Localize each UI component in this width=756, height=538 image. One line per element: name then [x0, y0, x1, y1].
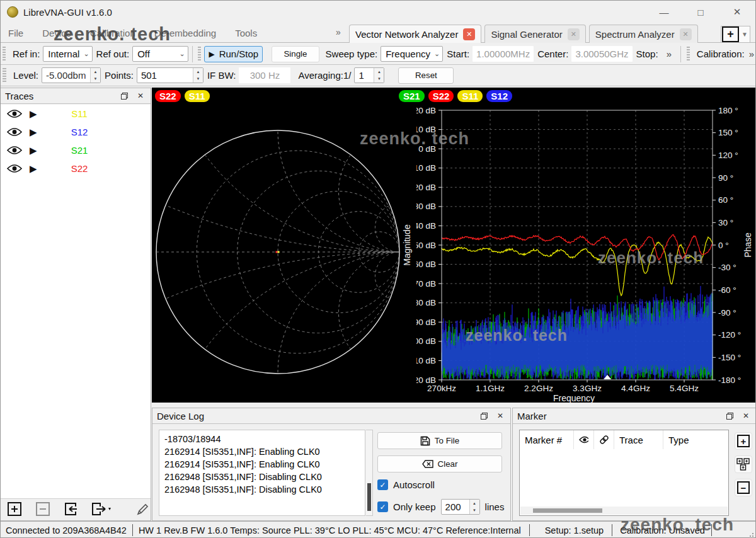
trace-name-s11[interactable]: S11	[46, 108, 113, 119]
export-traces-button[interactable]	[91, 501, 114, 517]
close-button[interactable]: ✕	[719, 1, 755, 23]
ref-in-select[interactable]: Internal ⌄	[43, 46, 92, 62]
menu-file[interactable]: File	[8, 28, 23, 38]
only-keep-stepper[interactable]: 200 ▲▼	[441, 499, 480, 515]
toolbar-overflow-chevron[interactable]: »	[667, 49, 672, 59]
tab-signal-generator[interactable]: Signal Generator✕	[484, 25, 585, 43]
menu-tools[interactable]: Tools	[235, 28, 257, 38]
menu-overflow-chevron[interactable]: »	[336, 27, 341, 37]
toolbar-drag-handle[interactable]	[198, 47, 201, 62]
badge-s22[interactable]: S22	[428, 90, 454, 102]
averaging-stepper[interactable]: 1 ▲▼	[354, 67, 384, 83]
log-clear-button[interactable]: Clear	[377, 455, 502, 472]
svg-text:30 °: 30 °	[718, 218, 733, 227]
single-button[interactable]: Single	[272, 46, 319, 62]
add-tab-button[interactable]: +	[722, 26, 739, 42]
reset-button[interactable]: Reset	[398, 67, 454, 84]
menu-calibration[interactable]: Calibration	[90, 28, 135, 38]
spin-down-icon[interactable]: ▼	[91, 76, 100, 83]
trace-name-s12[interactable]: S12	[46, 127, 113, 137]
play-icon[interactable]: ▶	[30, 163, 46, 175]
center-field[interactable]: 3.00050GHz	[571, 46, 632, 62]
badge-s12[interactable]: S12	[486, 90, 512, 102]
log-to-file-button[interactable]: To File	[377, 432, 502, 449]
menu-de-embedding[interactable]: De-embedding	[154, 28, 216, 38]
menu-device[interactable]: Device	[42, 28, 71, 38]
badge-s11[interactable]: S11	[457, 90, 483, 102]
smith-chart[interactable]	[152, 88, 416, 403]
only-keep-suffix: lines	[485, 501, 505, 512]
tab-spectrum-analyzer[interactable]: Spectrum Analyzer✕	[589, 25, 698, 43]
device-log-list[interactable]: -18703/189442162914 [SI5351,INF]: Enabli…	[159, 430, 365, 516]
minimize-button[interactable]: —	[646, 1, 682, 23]
close-panel-icon[interactable]: ✕	[740, 410, 752, 421]
start-field[interactable]: 1.00000MHz	[472, 46, 534, 62]
marker-table-hscrollbar[interactable]	[520, 507, 728, 515]
import-traces-button[interactable]	[63, 501, 79, 517]
play-icon: ▶	[209, 50, 214, 59]
play-icon[interactable]: ▶	[30, 127, 46, 138]
sweep-type-select[interactable]: Frequency ⌄	[381, 46, 443, 62]
remove-trace-button[interactable]	[35, 501, 51, 517]
log-line: 2162914 [SI5351,INF]: Enabling CLK0	[164, 458, 364, 471]
toolbar-drag-handle[interactable]	[3, 47, 6, 62]
toolbar-drag-handle[interactable]	[687, 47, 690, 62]
play-icon[interactable]: ▶	[30, 145, 46, 156]
tab-close-icon[interactable]: ✕	[568, 28, 580, 40]
play-icon[interactable]: ▶	[30, 108, 46, 120]
resize-grip[interactable]	[747, 530, 753, 537]
eye-icon[interactable]	[7, 127, 23, 137]
spin-down-icon[interactable]: ▼	[374, 76, 384, 83]
calibration-overflow-chevron[interactable]: »	[749, 49, 754, 59]
maximize-button[interactable]: □	[682, 1, 719, 23]
autoscroll-checkbox[interactable]: ✓	[377, 479, 388, 490]
phase-axis-label: Phase	[743, 226, 753, 264]
traces-panel: Traces ✕ ▶S11▶S12▶S21▶S22	[1, 88, 151, 521]
device-log-scrollbar[interactable]	[366, 430, 373, 516]
chevron-down-icon[interactable]: ▼	[740, 31, 750, 38]
spin-up-icon[interactable]: ▲	[91, 68, 100, 76]
tab-close-icon[interactable]: ✕	[680, 28, 692, 40]
trace-name-s22[interactable]: S22	[46, 163, 113, 174]
float-panel-icon[interactable]	[478, 410, 490, 421]
run-stop-button[interactable]: ▶ Run/Stop	[204, 46, 263, 62]
ref-out-select[interactable]: Off ⌄	[132, 46, 188, 62]
spin-up-icon[interactable]: ▲	[193, 68, 203, 76]
tab-vector-network-analyzer[interactable]: Vector Network Analyzer✕	[349, 25, 481, 43]
svg-text:-60 °: -60 °	[718, 285, 736, 295]
badge-s11[interactable]: S11	[185, 90, 210, 102]
toolbar-drag-handle[interactable]	[3, 68, 6, 83]
ifbw-field[interactable]: 300 Hz	[239, 67, 290, 83]
badge-s22[interactable]: S22	[155, 90, 181, 102]
device-log-title: Device Log	[157, 411, 204, 421]
eye-icon[interactable]	[7, 146, 23, 155]
spin-up-icon[interactable]: ▲	[374, 68, 384, 76]
only-keep-checkbox[interactable]: ✓	[377, 501, 388, 512]
window-title: LibreVNA-GUI v1.6.0	[23, 7, 112, 18]
spin-down-icon[interactable]: ▼	[193, 76, 203, 83]
edit-trace-button[interactable]	[135, 501, 151, 517]
add-trace-button[interactable]	[7, 501, 23, 517]
delete-marker-button[interactable]: −	[735, 479, 752, 496]
marker-table[interactable]: Marker # Trace Type	[519, 430, 729, 516]
close-panel-icon[interactable]: ✕	[135, 90, 146, 101]
spin-down-icon[interactable]: ▼	[470, 507, 479, 515]
add-marker-group-button[interactable]	[735, 455, 752, 473]
level-stepper[interactable]: -5.00dbm ▲▼	[42, 67, 101, 83]
eye-icon[interactable]	[7, 164, 23, 173]
level-label: Level:	[13, 70, 38, 81]
svg-text:4.4GHz: 4.4GHz	[621, 384, 650, 393]
run-stop-label: Run/Stop	[219, 49, 259, 59]
column-trace: Trace	[614, 430, 663, 449]
trace-name-s21[interactable]: S21	[46, 145, 113, 156]
float-panel-icon[interactable]	[118, 90, 130, 101]
badge-s21[interactable]: S21	[399, 90, 425, 102]
magnitude-phase-chart[interactable]: 20 dB10 dB0 dB-10 dB-20 dB-30 dB-40 dB-5…	[416, 88, 756, 403]
tab-close-icon[interactable]: ✕	[463, 28, 475, 40]
eye-icon[interactable]	[7, 109, 23, 118]
spin-up-icon[interactable]: ▲	[470, 500, 479, 507]
points-stepper[interactable]: 501 ▲▼	[137, 67, 203, 83]
add-marker-button[interactable]: +	[735, 432, 752, 450]
close-panel-icon[interactable]: ✕	[495, 410, 506, 421]
float-panel-icon[interactable]	[724, 410, 735, 421]
